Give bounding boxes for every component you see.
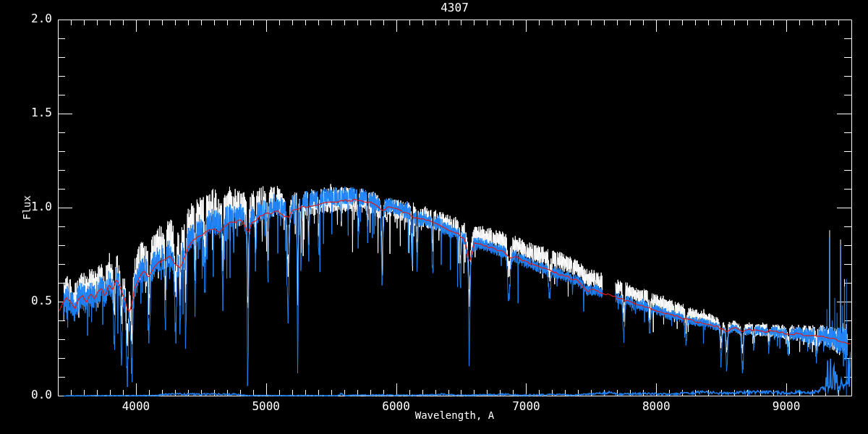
spectrum-plot-canvas: [0, 0, 868, 434]
chart-title: 4307: [58, 1, 851, 14]
spectrum-plot-window: 4307 Wavelength, A Flux: [0, 0, 868, 434]
y-axis-label: Flux: [21, 195, 33, 220]
x-axis-label: Wavelength, A: [58, 409, 851, 421]
